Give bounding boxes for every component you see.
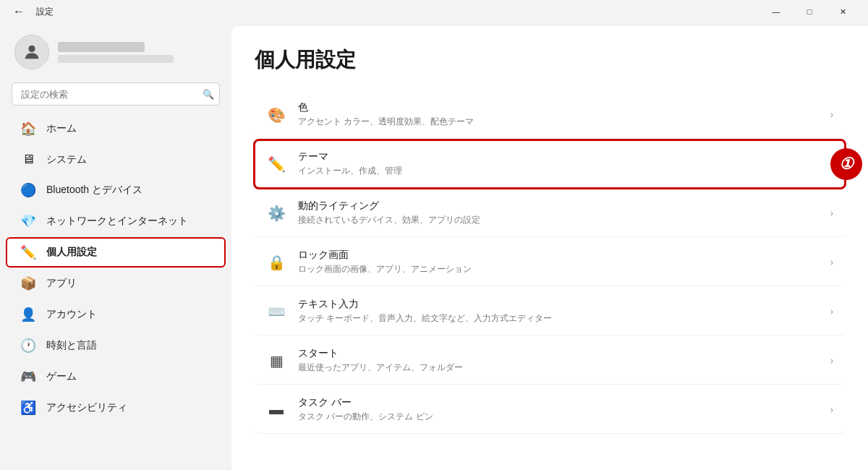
settings-item-wrapper-text-input: ⌨️ テキスト入力 タッチ キーボード、音声入力、絵文字など、入力方式エディター… <box>255 288 845 336</box>
sidebar-item-apps[interactable]: 📦 アプリ <box>6 268 226 299</box>
nav-icon-apps: 📦 <box>20 275 36 291</box>
sidebar-item-gaming[interactable]: 🎮 ゲーム <box>6 362 226 392</box>
settings-icon-taskbar: ▬ <box>266 401 286 418</box>
settings-title-dynamic-lighting: 動的ライティング <box>298 200 480 213</box>
title-bar-left: ← 設定 <box>9 2 54 21</box>
settings-item-left-themes: ✏️ テーマ インストール、作成、管理 <box>266 150 402 177</box>
settings-item-left-taskbar: ▬ タスク バー タスク バーの動作、システム ピン <box>266 396 433 423</box>
settings-item-wrapper-start: ▦ スタート 最近使ったアプリ、アイテム、フォルダー › <box>255 337 845 385</box>
chevron-icon-taskbar: › <box>830 405 833 415</box>
settings-title-lock-screen: ロック画面 <box>298 249 472 262</box>
sidebar-item-home[interactable]: 🏠 ホーム <box>6 114 226 144</box>
settings-subtitle-start: 最近使ったアプリ、アイテム、フォルダー <box>298 362 463 374</box>
settings-subtitle-dynamic-lighting: 接続されているデバイス、効果、アプリの設定 <box>298 214 480 226</box>
page-title: 個人用設定 <box>255 46 845 74</box>
nav-label-system: システム <box>46 153 87 166</box>
settings-title-taskbar: タスク バー <box>298 396 433 409</box>
settings-item-wrapper-dynamic-lighting: ⚙️ 動的ライティング 接続されているデバイス、効果、アプリの設定 › <box>255 189 845 237</box>
svg-point-0 <box>28 46 35 52</box>
settings-subtitle-color: アクセント カラー、透明度効果、配色テーマ <box>298 116 474 128</box>
settings-icon-start: ▦ <box>266 352 286 369</box>
nav-label-bluetooth: Bluetooth とデバイス <box>46 184 142 197</box>
settings-text-color: 色 アクセント カラー、透明度効果、配色テーマ <box>298 101 474 128</box>
settings-icon-color: 🎨 <box>266 106 286 124</box>
minimize-button[interactable]: — <box>760 0 793 23</box>
nav-label-home: ホーム <box>46 122 77 135</box>
sidebar-item-bluetooth[interactable]: 🔵 Bluetooth とデバイス <box>6 175 226 205</box>
settings-text-start: スタート 最近使ったアプリ、アイテム、フォルダー <box>298 347 463 374</box>
settings-item-taskbar[interactable]: ▬ タスク バー タスク バーの動作、システム ピン › <box>255 386 845 434</box>
search-input[interactable] <box>12 82 220 106</box>
settings-item-right-text-input: › <box>830 307 833 317</box>
back-button[interactable]: ← <box>9 2 29 21</box>
settings-item-left-start: ▦ スタート 最近使ったアプリ、アイテム、フォルダー <box>266 347 463 374</box>
user-section <box>0 23 231 78</box>
settings-item-right-start: › <box>830 356 833 366</box>
settings-subtitle-lock-screen: ロック画面の画像、アプリ、アニメーション <box>298 263 472 275</box>
search-box: 🔍 <box>12 82 220 106</box>
settings-item-left-dynamic-lighting: ⚙️ 動的ライティング 接続されているデバイス、効果、アプリの設定 <box>266 200 480 226</box>
app-title: 設定 <box>36 6 54 18</box>
settings-item-color[interactable]: 🎨 色 アクセント カラー、透明度効果、配色テーマ › <box>255 91 845 139</box>
nav-icon-accounts: 👤 <box>20 307 36 322</box>
settings-item-left-lock-screen: 🔒 ロック画面 ロック画面の画像、アプリ、アニメーション <box>266 249 472 275</box>
settings-text-lock-screen: ロック画面 ロック画面の画像、アプリ、アニメーション <box>298 249 472 275</box>
settings-item-right-lock-screen: › <box>830 257 833 268</box>
sidebar-item-personalization[interactable]: ✏️ 個人用設定 <box>6 237 226 268</box>
settings-subtitle-taskbar: タスク バーの動作、システム ピン <box>298 411 433 423</box>
settings-text-text-input: テキスト入力 タッチ キーボード、音声入力、絵文字など、入力方式エディター <box>298 298 552 325</box>
chevron-icon-start: › <box>830 356 833 366</box>
settings-list: 🎨 色 アクセント カラー、透明度効果、配色テーマ › ✏️ テーマ インストー… <box>255 91 845 434</box>
settings-icon-text-input: ⌨️ <box>266 303 286 320</box>
settings-icon-themes: ✏️ <box>266 155 286 173</box>
sidebar-item-time[interactable]: 🕐 時刻と言語 <box>6 330 226 361</box>
settings-subtitle-themes: インストール、作成、管理 <box>298 165 402 177</box>
nav-icon-system: 🖥 <box>20 152 36 167</box>
nav-icon-accessibility: ♿ <box>20 400 36 416</box>
sidebar-item-network[interactable]: 💎 ネットワークとインターネット <box>6 206 226 236</box>
chevron-icon-text-input: › <box>830 307 833 317</box>
settings-subtitle-text-input: タッチ キーボード、音声入力、絵文字など、入力方式エディター <box>298 312 552 325</box>
settings-icon-lock-screen: 🔒 <box>266 254 286 271</box>
chevron-icon-dynamic-lighting: › <box>830 208 833 218</box>
nav-icon-personalization: ✏️ <box>20 244 36 260</box>
nav-label-gaming: ゲーム <box>46 370 77 383</box>
sidebar: 🔍 🏠 ホーム 🖥 システム 🔵 Bluetooth とデバイス 💎 ネットワー… <box>0 23 231 470</box>
settings-item-right-dynamic-lighting: › <box>830 208 833 218</box>
settings-item-start[interactable]: ▦ スタート 最近使ったアプリ、アイテム、フォルダー › <box>255 337 845 385</box>
settings-item-wrapper-taskbar: ▬ タスク バー タスク バーの動作、システム ピン › <box>255 386 845 434</box>
sidebar-item-system[interactable]: 🖥 システム <box>6 145 226 174</box>
settings-text-themes: テーマ インストール、作成、管理 <box>298 150 402 177</box>
sidebar-item-accounts[interactable]: 👤 アカウント <box>6 299 226 330</box>
settings-text-taskbar: タスク バー タスク バーの動作、システム ピン <box>298 396 433 423</box>
settings-title-color: 色 <box>298 101 474 114</box>
close-button[interactable]: ✕ <box>826 0 859 23</box>
nav-label-accounts: アカウント <box>46 308 97 321</box>
settings-item-right-color: › <box>830 110 833 120</box>
search-icon: 🔍 <box>203 89 214 100</box>
maximize-button[interactable]: □ <box>793 0 826 23</box>
user-name <box>58 42 145 52</box>
annotation-circle: ① <box>830 148 862 180</box>
avatar <box>14 35 49 69</box>
user-email <box>58 55 174 63</box>
content-area: 個人用設定 🎨 色 アクセント カラー、透明度効果、配色テーマ › ✏️ テーマ… <box>231 26 868 470</box>
title-bar-controls: — □ ✕ <box>760 0 859 23</box>
settings-item-dynamic-lighting[interactable]: ⚙️ 動的ライティング 接続されているデバイス、効果、アプリの設定 › <box>255 189 845 237</box>
settings-title-themes: テーマ <box>298 150 402 163</box>
settings-item-wrapper-lock-screen: 🔒 ロック画面 ロック画面の画像、アプリ、アニメーション › <box>255 239 845 286</box>
settings-item-wrapper-themes: ✏️ テーマ インストール、作成、管理 › ① <box>255 140 845 188</box>
user-info <box>58 42 174 63</box>
nav-label-accessibility: アクセシビリティ <box>46 401 127 414</box>
nav-icon-time: 🕐 <box>20 338 36 354</box>
nav-icon-bluetooth: 🔵 <box>20 182 36 198</box>
settings-item-themes[interactable]: ✏️ テーマ インストール、作成、管理 › <box>255 140 845 188</box>
nav-icon-network: 💎 <box>20 213 36 229</box>
settings-item-wrapper-color: 🎨 色 アクセント カラー、透明度効果、配色テーマ › <box>255 91 845 139</box>
sidebar-item-accessibility[interactable]: ♿ アクセシビリティ <box>6 393 226 423</box>
title-bar: ← 設定 — □ ✕ <box>0 0 868 23</box>
settings-item-lock-screen[interactable]: 🔒 ロック画面 ロック画面の画像、アプリ、アニメーション › <box>255 239 845 286</box>
chevron-icon-lock-screen: › <box>830 257 833 268</box>
settings-item-text-input[interactable]: ⌨️ テキスト入力 タッチ キーボード、音声入力、絵文字など、入力方式エディター… <box>255 288 845 336</box>
settings-icon-dynamic-lighting: ⚙️ <box>266 205 286 222</box>
